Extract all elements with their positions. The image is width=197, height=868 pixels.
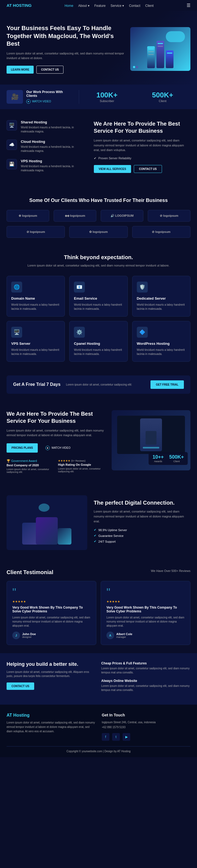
support-text: 24/7 Support <box>98 540 116 543</box>
work-process-title: Our Work Process With Clients <box>26 90 73 98</box>
twitter-icon[interactable]: t <box>112 733 120 741</box>
hamburger-icon[interactable]: ☰ <box>187 3 191 8</box>
footer-contact-title: Get In Touch <box>102 713 191 717</box>
logo: AT HOSTING <box>7 3 31 8</box>
award-title-1: Best Company of 2020 <box>7 464 54 467</box>
government-award: 🏆 Government Award Best Company of 2020 … <box>7 459 54 473</box>
wordpress-title: WordPress Hosting <box>137 342 186 346</box>
vps-hosting-item: 💾 VPS Hosting World tincidunt mauris a h… <box>7 159 87 173</box>
help-left: Helping you build a better site. Lorem i… <box>7 661 96 696</box>
service2-image: 10++ Awards 500K+ Client <box>112 410 191 470</box>
free-trial-button[interactable]: GET FREE TRIAL <box>151 380 184 389</box>
clients-section: Some Of Our Clients Who Have Trusted For… <box>0 189 197 246</box>
service2-buttons: PRICING PLANS ▶ WATCH VIDEO <box>7 443 105 453</box>
vps-hosting-text: VPS Hosting World tincidunt mauris a hen… <box>21 159 87 173</box>
learn-more-button[interactable]: LEARN MORE <box>7 66 34 73</box>
footer-grid: AT Hosting Lorem ipsum dolor sit amet, c… <box>7 713 191 741</box>
nav-contact[interactable]: Contact <box>129 4 140 8</box>
footer-brand-desc: Lorem ipsum dolor sit amet, consetetur s… <box>7 720 95 734</box>
client-label: Client <box>135 99 191 103</box>
digital-image <box>7 495 87 550</box>
stat-overlay: 10++ Awards 500K+ Client <box>149 452 188 465</box>
digital-features: ✔ 98.9% Uptime Server ✔ Guarantee Servic… <box>94 528 191 543</box>
facebook-icon[interactable]: f <box>102 733 109 741</box>
clients-title: Some Of Our Clients Who Have Trusted For… <box>7 197 191 203</box>
nav-about[interactable]: About ▾ <box>78 4 90 8</box>
view-all-services-button[interactable]: VIEW ALL SERVICES <box>94 165 131 173</box>
dedicated-card: 🛡️ Dedicated Server World tincidunt maur… <box>132 276 191 317</box>
business-contact-button[interactable]: CONTACT US <box>134 165 162 173</box>
think-title: Think beyond expectation. <box>7 254 191 260</box>
rating-2: ★★★★★ <box>106 600 185 603</box>
client-count: 500K+ <box>135 91 191 99</box>
client-logo-7-text: ⊘ logoipsum <box>152 230 170 234</box>
testimonial-card-2: " ★★★★★ Very Good Work Shown By This Com… <box>101 581 191 645</box>
quote-icon-2: " <box>106 587 185 598</box>
work-process-thumbnail: 🎥 <box>7 90 23 104</box>
vps-title: VPS Server <box>11 342 60 346</box>
business-section: We Are Here To Provide The Best Service … <box>94 120 191 178</box>
client-logo-6: ✿ logoipsum <box>69 226 128 238</box>
client-logo-4: ⊘ logoipsum <box>148 210 191 222</box>
service2-description: Lorem ipsum dolor sit amet, consetetur s… <box>7 428 105 438</box>
shared-hosting-desc: World tincidunt mauris a hendrerit lacin… <box>21 125 87 133</box>
nav-service[interactable]: Service ▾ <box>110 4 124 8</box>
services-list: 🖥️ Shared Hosting World tincidunt mauris… <box>7 120 94 178</box>
contact-us-button[interactable]: CONTACT US <box>36 66 63 73</box>
client-logo-2: ◈◈ logoipsum <box>54 210 96 222</box>
nav-links: Home About ▾ Feature Service ▾ Contact C… <box>65 3 154 8</box>
help-section: Helping you build a better site. Lorem i… <box>0 653 197 705</box>
domain-icon: 🌐 <box>11 282 22 292</box>
reviewer-2: A Albert Cole manager <box>106 631 185 639</box>
nav-client[interactable]: Client <box>145 4 154 8</box>
footer-bottom: Copyright © yourwebsite.com | Design by … <box>7 746 191 753</box>
check-guarantee-icon: ✔ <box>94 534 96 537</box>
digital-title: The perfect Digital Connection. <box>94 500 191 506</box>
vps-hosting-desc: World tincidunt mauris a hendrerit lacin… <box>21 164 87 173</box>
shared-hosting-item: 🖥️ Shared Hosting World tincidunt mauris… <box>7 120 87 133</box>
digital-section: The perfect Digital Connection. Lorem ip… <box>0 484 197 561</box>
reviewer-name-2: Albert Cole <box>116 632 132 636</box>
testimonial-heading-2: Very Good Work Shown By This Company To … <box>106 606 185 613</box>
watch-label: WATCH VIDEO <box>32 100 51 103</box>
cloud-hosting-text: Cloud Hosting World tincidunt mauris a h… <box>21 140 87 153</box>
nav-home[interactable]: Home <box>65 4 73 8</box>
services-business-section: 🖥️ Shared Hosting World tincidunt mauris… <box>0 109 197 189</box>
reviewer-1: J John Doe designer <box>12 631 91 639</box>
shared-hosting-icon: 🖥️ <box>7 120 17 130</box>
service-cards-grid: 🌐 Domain Name World tincidunt mauris a l… <box>7 276 191 362</box>
dedicated-title: Dedicated Server <box>137 297 186 301</box>
youtube-icon[interactable]: ▶ <box>123 733 130 741</box>
subscriber-label: Subscriber <box>79 99 135 103</box>
email-title: Email Service <box>74 297 123 301</box>
avatar-1: J <box>12 631 20 639</box>
reviewer-info-1: John Doe designer <box>22 632 36 639</box>
domain-title: Domain Name <box>11 297 60 301</box>
footer: AT Hosting Lorem ipsum dolor sit amet, c… <box>0 705 197 757</box>
award-desc-1: Lorem ipsum dolor sit amet, consetetur s… <box>7 468 54 473</box>
client-logo-6-text: ✿ logoipsum <box>89 230 108 234</box>
cloud-hosting-icon: ☁️ <box>7 140 17 150</box>
cpanel-desc: World tincidunt mauris a labsy handrerit… <box>74 348 123 356</box>
client-logo-3: 🔊 LOGOIPSUM <box>101 210 143 222</box>
vps-hosting-icon: 💾 <box>7 159 17 169</box>
watch-video-button-2[interactable]: ▶ WATCH VIDEO <box>40 443 75 453</box>
think-section: Think beyond expectation. Lorem ipsum do… <box>0 246 197 370</box>
watch-video-button[interactable]: ▶ WATCH VIDEO <box>26 99 73 104</box>
hero-description: Lorem ipsum dolor sit amet, consetetur s… <box>7 51 125 61</box>
always-online-title: Always Online Website <box>101 679 191 683</box>
cpanel-icon: ⚙️ <box>74 327 85 338</box>
work-process-left: 🎥 Our Work Process With Clients ▶ WATCH … <box>7 90 79 104</box>
testimonial-card-1: " ★★★★★ Very Good Work Shown By This Com… <box>7 581 96 645</box>
domain-desc: World tincidunt mauris a labsy handrerit… <box>11 303 60 311</box>
clients-grid-row2: ⊘ logoipsum ✿ logoipsum ⊘ logoipsum <box>7 226 191 238</box>
pricing-plans-button[interactable]: PRICING PLANS <box>7 443 38 453</box>
domain-card: 🌐 Domain Name World tincidunt mauris a l… <box>7 276 65 317</box>
feature-uptime: ✔ 98.9% Uptime Server <box>94 528 191 532</box>
testimonial-text-2: Lorem ipsum dolor sit amet, consetetur s… <box>106 615 185 628</box>
service2-title: We Are Here To Provide The Best Service … <box>7 410 105 425</box>
hero-title: Your Business Feels Easy To Handle Toget… <box>7 24 125 48</box>
nav-feature[interactable]: Feature <box>94 4 106 8</box>
help-contact-button[interactable]: CONTACT US <box>7 682 34 690</box>
rating-1: ★★★★★ <box>12 600 91 603</box>
